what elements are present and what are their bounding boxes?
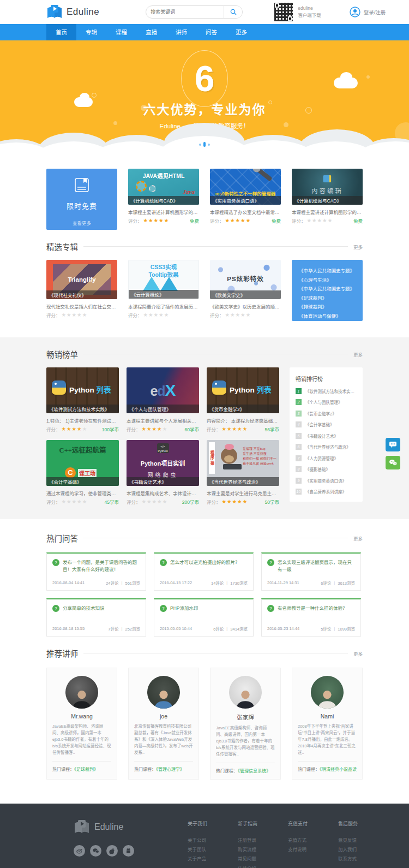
wechat-icon[interactable] [90, 845, 101, 857]
footer-link[interactable]: 联系方式 [338, 854, 370, 864]
carousel-dot[interactable] [208, 144, 210, 146]
nav-item-more[interactable]: 更多 [226, 24, 256, 40]
footer-link[interactable]: 常见问题 [238, 854, 269, 864]
footer-link[interactable]: 关于公司 [188, 836, 219, 845]
course-price: 56学币 [265, 426, 279, 432]
separator: | [334, 580, 335, 585]
hot-course-link[interactable]: 《明清经典小说品读》 [320, 767, 357, 772]
search-input[interactable] [146, 9, 224, 15]
nav-item-teachers[interactable]: 讲师 [166, 24, 196, 40]
ranking-item[interactable]: 7《人力资源管理》 [296, 455, 357, 461]
star-rating: ★★★★★ [143, 312, 170, 318]
question-text: 发布一个问题，是关于课后问答的题目！大家有什么好的建议！ [63, 559, 140, 573]
nav-item-courses[interactable]: 课程 [106, 24, 136, 40]
more-link[interactable]: 更多 [353, 243, 363, 250]
album-list-item[interactable]: 《中华人民共和国史专题》 [299, 284, 363, 294]
main-nav: 首页 专辑 课程 直播 讲师 问答 更多 [0, 24, 409, 40]
apple-icon[interactable] [106, 845, 118, 857]
qa-card[interactable]: ?发布一个问题，是关于课后问答的题目！大家有什么好的建议！ 2016-08-04… [46, 552, 146, 591]
ranking-item[interactable]: 5《书籍设计艺术》 [296, 433, 357, 439]
course-card[interactable]: C++远征起航篇 C 课工场 《会计学基础》 通过本课程的学习，使非管理类学生初… [46, 440, 119, 505]
footer-link[interactable]: 关于团队 [188, 845, 219, 854]
teacher-card[interactable]: Mr.wang JavaEE高级架构师、咨询顾问、高级讲师，国内第一本ejb3.… [46, 668, 117, 780]
ranking-item[interactable]: 2《个人与团队管理》 [296, 399, 357, 405]
qa-card[interactable]: ?分享简单的技术知识 2016-08-18 15:557评论|252浏览 [46, 598, 146, 637]
teacher-bio: 2008年下半年登上央视“百家讲坛”书目上讲“两宋风云”，并于当年7.8月播出，… [298, 723, 357, 756]
teacher-card[interactable]: 张家辉 JavaEE高级架构师、咨询顾问、高级讲师，国内第一本ejb3.0书籍的… [210, 668, 281, 780]
ranking-item[interactable]: 3《货币金融学2》 [296, 411, 357, 417]
album-list-item[interactable]: 《足球裁判》 [299, 294, 363, 303]
ranking-item[interactable]: 6《当代世界经济与政治》 [296, 444, 357, 450]
qa-date: 2016-04-15 17:22 [160, 580, 192, 585]
footer-link[interactable]: 支付说明 [288, 845, 320, 854]
footer: Eduline 关于我们 关于公司 关于团队 关于产品 新手指南 注册登录 购买… [0, 804, 409, 868]
footer-link[interactable]: 加入我们 [338, 845, 370, 854]
ranking-item[interactable]: 9《实用商务英语口语》 [296, 478, 357, 484]
qa-card[interactable]: ?怎么才可以逆光拍摄出好的照片？ 2016-04-15 17:2214评论|17… [154, 552, 254, 591]
weibo-icon[interactable] [74, 845, 85, 857]
album-card[interactable]: Trianglify 《现代社交礼仪》 现代社交礼仪是指人们在社会交往活动过..… [46, 260, 117, 321]
qa-card[interactable]: ?PHP添加水印 2015-05-05 10:446评论|3414浏览 [154, 598, 254, 637]
search-button[interactable] [224, 6, 242, 18]
thumb-sub-text: 课工场 [78, 469, 97, 477]
footer-link[interactable]: 关于产品 [188, 854, 219, 864]
album-card[interactable]: PS炫彩特效 《欧美文学史》 《欧美文学史》以历史发展的顺序，将欧.. 评分： … [210, 260, 281, 321]
carousel-dot[interactable] [199, 144, 201, 146]
login-register[interactable]: 登录/注册 [350, 7, 386, 17]
promo-more-link[interactable]: 查看更多 [73, 219, 91, 226]
ranking-item[interactable]: 1《软件测试方法和技术实践》 [296, 388, 357, 394]
course-card[interactable]: </> Python Python项目实训 网络爬虫 《书籍设计艺术》 本课程是… [127, 440, 199, 505]
ranking-item[interactable]: 8《摄影基础》 [296, 466, 357, 472]
qa-date: 2015-05-05 10:44 [160, 626, 192, 631]
hero-banner[interactable]: 6 六大优势，专业为你 Eduline，一站式在线教育服务！ [0, 40, 409, 157]
footer-link[interactable]: 充值方式 [288, 836, 320, 845]
more-link[interactable]: 更多 [353, 650, 363, 657]
album-list-item[interactable]: 《体育运动与保健》 [299, 312, 363, 321]
hot-course-link[interactable]: 《管理心理学》 [156, 767, 184, 772]
feedback-chat-button[interactable] [386, 438, 400, 451]
nav-item-albums[interactable]: 专辑 [76, 24, 106, 40]
nav-item-live[interactable]: 直播 [136, 24, 166, 40]
course-card[interactable]: 程序猿 爱编程 不爱bug 爱生活 不爱熬夜 和你们一样 和你们不一样 我不是凡… [207, 440, 279, 505]
course-price: 50学币 [265, 498, 279, 505]
album-list-item[interactable]: 《心理与生活》 [299, 276, 363, 285]
rank-course-title: 《货币金融学2》 [305, 411, 336, 417]
question-icon: ? [160, 605, 167, 612]
course-card[interactable]: JAVA遇见HTML Java 《计算机绘图与CAD》 本课程主要讲述计算机图形… [128, 169, 199, 230]
vertical-banner-text: 程序猿 [209, 442, 215, 474]
more-link[interactable]: 更多 [353, 535, 363, 542]
course-price: 免费 [272, 217, 281, 224]
footer-link[interactable]: 注册登录 [238, 836, 269, 845]
footer-column-payment: 充值支付 充值方式 支付说明 [288, 820, 320, 868]
album-card[interactable]: CSS3实现 Tooltip效果 《云计算概论》 本课程简要介绍了插件的发展历程… [128, 260, 199, 321]
android-icon[interactable] [123, 845, 134, 857]
teacher-card[interactable]: joe 北京传智播客教育科技有限公司副总裁，著有《Java就业开发体系》和《深入… [128, 668, 199, 780]
wechat-share-button[interactable] [386, 456, 400, 469]
qa-card[interactable]: ?有名师教导是一种什么样的体验？ 2016-05-23 14:445评论|109… [261, 598, 361, 637]
limited-free-promo-card[interactable]: 限时免费 查看更多 [46, 169, 117, 230]
hot-course-link[interactable]: 《管理信息系统》 [238, 769, 270, 774]
carousel-dot-active[interactable] [203, 142, 206, 147]
logo[interactable]: Eduline [46, 5, 99, 19]
nav-item-home[interactable]: 首页 [46, 24, 76, 40]
qa-card[interactable]: ?怎么实现三级评论翻页展示，现在只有一级 2014-11-29 14:316评论… [261, 552, 361, 591]
hot-course-link[interactable]: 《足球裁判》 [74, 767, 98, 772]
course-card[interactable]: ios9新特性之不一样的管理器 《实用商务英语口语》 本课程精选了办公室文档中最… [210, 169, 281, 230]
app-download[interactable]: eduline 客户端下载 [273, 2, 321, 22]
course-card[interactable]: 内容编辑 《计算机绘图与CAD》 本课程主要讲述计算机图形学的历史与现.. 评分… [292, 169, 363, 230]
more-link[interactable]: 更多 [353, 351, 363, 358]
ranking-item[interactable]: 10《食品营养系列讲座》 [296, 489, 357, 495]
album-list-item[interactable]: 《排球裁判》 [299, 302, 363, 312]
footer-link[interactable]: 意见反馈 [338, 836, 370, 845]
teacher-card[interactable]: Nami 2008年下半年登上央视“百家讲坛”书目上讲“两宋风云”，并于当年7.… [292, 668, 363, 780]
ranking-item[interactable]: 4《会计学基础》 [296, 421, 357, 427]
footer-link[interactable]: 认证介绍 [238, 864, 269, 868]
footer-link[interactable]: 购买流程 [238, 845, 269, 854]
course-card[interactable]: Python 列表 《软件测试方法和技术实践》 1.特色： 1)主讲老师在软件测… [46, 367, 119, 432]
nav-item-qa[interactable]: 问答 [196, 24, 226, 40]
course-card[interactable]: Python 列表 《货币金融学2》 内容简介： 本课程为经济类基础课程，.. … [207, 367, 279, 432]
album-list-item[interactable]: 《中华人民共和国史专题》 [299, 266, 363, 276]
course-card[interactable]: edX 《个人与团队管理》 本课程主要讲解与个人发展相关的各种极.. 评分： ★… [127, 367, 199, 432]
course-rating-row: 评分： ★★★★★ 50学币 [207, 498, 279, 505]
hero-bubble [92, 93, 97, 98]
